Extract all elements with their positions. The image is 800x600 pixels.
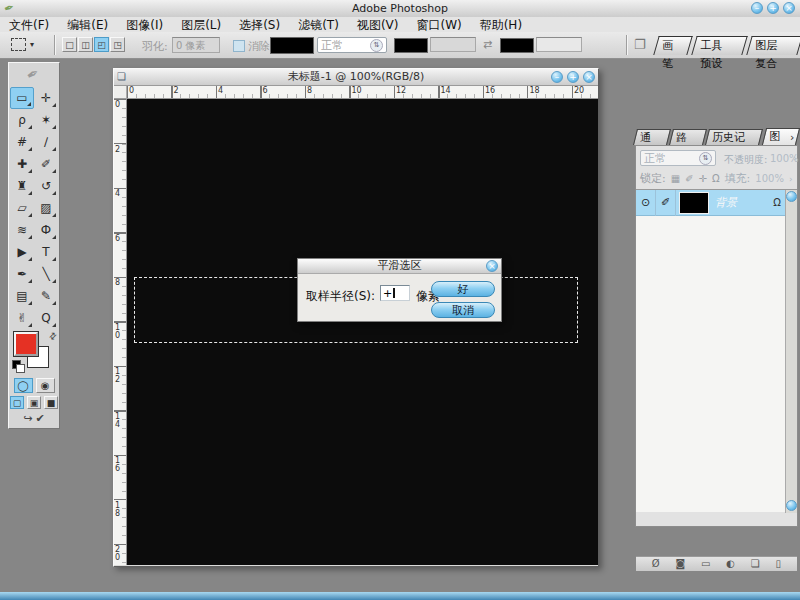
fill-value[interactable]: 100% xyxy=(755,173,784,184)
layer-row-background[interactable]: ⊙ ✐ 背景 Ω xyxy=(636,190,785,216)
palette-well-tab[interactable]: 图层复合 xyxy=(746,36,800,55)
scroll-down-button[interactable] xyxy=(786,500,797,511)
brush-tool[interactable]: ✐ xyxy=(34,153,58,175)
layer-style-icon[interactable]: Ø xyxy=(652,559,660,569)
foreground-color-swatch[interactable] xyxy=(14,332,38,356)
lock-all-icon[interactable]: Ω xyxy=(712,173,720,184)
horizontal-ruler[interactable]: 02468101214161820 xyxy=(127,86,598,99)
dialog-title-bar[interactable]: 平滑选区 × xyxy=(298,259,501,274)
dodge-tool[interactable]: Ф xyxy=(34,219,58,241)
menu-item[interactable]: 文件(F) xyxy=(0,18,58,32)
menu-item[interactable]: 图像(I) xyxy=(117,18,172,32)
move-tool[interactable]: ✛ xyxy=(34,87,58,109)
stepper-icon[interactable]: ⇅ xyxy=(370,39,383,52)
healing-brush-tool[interactable]: ✚ xyxy=(10,153,34,175)
color-swatch[interactable] xyxy=(500,38,534,53)
close-button[interactable]: × xyxy=(583,71,595,83)
canvas[interactable] xyxy=(127,99,598,565)
layer-blend-mode-dropdown[interactable]: 正常 ⇅ xyxy=(640,150,716,166)
notes-tool[interactable]: ▤ xyxy=(10,285,34,307)
rectangular-marquee-tool[interactable]: ▭ xyxy=(10,87,34,109)
check-icon[interactable]: ✔ xyxy=(36,412,45,425)
sample-radius-input[interactable]: + xyxy=(380,285,410,301)
quick-mask-mode-button[interactable]: ◉ xyxy=(36,378,55,393)
crop-tool[interactable]: # xyxy=(10,131,34,153)
palette-well-tab[interactable]: 画笔 xyxy=(653,36,693,55)
clone-stamp-tool[interactable]: ♜ xyxy=(10,175,34,197)
document-title-bar[interactable]: 未标题-1 @ 100%(RGB/8) ❏ – + × xyxy=(114,69,598,86)
panel-tab[interactable]: 通道 xyxy=(633,129,671,145)
menu-item[interactable]: 帮助(H) xyxy=(471,18,531,32)
feather-field[interactable]: 0 像素 xyxy=(172,37,220,53)
scroll-up-button[interactable] xyxy=(786,191,797,202)
gradient-tool[interactable]: ▨ xyxy=(34,197,58,219)
type-tool[interactable]: T xyxy=(34,241,58,263)
lock-position-icon[interactable]: ✛ xyxy=(699,173,707,184)
default-colors-icon[interactable] xyxy=(12,360,24,372)
close-button[interactable]: × xyxy=(783,2,795,14)
standard-screen-button[interactable]: ▢ xyxy=(10,396,24,409)
cancel-button[interactable]: 取消 xyxy=(431,302,495,318)
value-field[interactable] xyxy=(536,37,582,52)
new-selection-button[interactable]: □ xyxy=(62,37,77,52)
menu-item[interactable]: 滤镜(T) xyxy=(289,18,348,32)
new-layer-icon[interactable]: ❏ xyxy=(751,559,760,569)
visibility-eye-icon[interactable]: ⊙ xyxy=(636,190,656,216)
delete-layer-icon[interactable]: ▯ xyxy=(776,559,782,569)
minimize-button[interactable]: – xyxy=(751,2,763,14)
line-tool[interactable]: ╲ xyxy=(34,263,58,285)
subtract-from-selection-button[interactable]: ◰ xyxy=(94,37,109,52)
imageready-jump-icon[interactable]: ↪ xyxy=(23,412,32,425)
eyedropper-tool[interactable]: ✎ xyxy=(34,285,58,307)
value-field[interactable] xyxy=(430,37,476,52)
swap-colors-icon[interactable]: ⇄ xyxy=(47,330,59,342)
lasso-tool[interactable]: ρ xyxy=(10,109,34,131)
vertical-ruler[interactable]: 02468101214161820 xyxy=(114,99,127,565)
blend-mode-dropdown[interactable]: 正常 ⇅ xyxy=(317,37,387,53)
full-screen-menubar-button[interactable]: ▣ xyxy=(27,396,41,409)
new-group-icon[interactable]: ▭ xyxy=(701,559,710,569)
menu-item[interactable]: 编辑(E) xyxy=(58,18,117,32)
add-to-selection-button[interactable]: ◫ xyxy=(78,37,93,52)
panel-scrollbar[interactable] xyxy=(785,190,797,513)
eraser-tool[interactable]: ▱ xyxy=(10,197,34,219)
pen-tool[interactable]: ✒ xyxy=(10,263,34,285)
tool-preset-picker[interactable]: ▾ xyxy=(8,36,43,53)
adjustment-layer-icon[interactable]: ◐ xyxy=(726,559,735,569)
panel-tab[interactable]: 路径 xyxy=(669,129,707,145)
lock-transparency-icon[interactable]: ▦ xyxy=(671,173,680,184)
minimize-button[interactable]: – xyxy=(551,71,563,83)
menu-item[interactable]: 窗口(W) xyxy=(407,18,470,32)
layer-thumbnail[interactable] xyxy=(679,192,709,214)
antialias-checkbox[interactable] xyxy=(233,40,245,52)
layer-name[interactable]: 背景 xyxy=(715,195,773,210)
path-selection-tool[interactable]: ▶ xyxy=(10,241,34,263)
full-screen-button[interactable]: ■ xyxy=(44,396,58,409)
app-title-bar[interactable]: Adobe Photoshop ✒ – + × xyxy=(0,0,800,18)
menu-item[interactable]: 视图(V) xyxy=(348,18,408,32)
menu-item[interactable]: 图层(L) xyxy=(172,18,230,32)
intersect-selection-button[interactable]: ◳ xyxy=(110,37,125,52)
ok-button[interactable]: 好 xyxy=(431,281,495,297)
standard-mode-button[interactable]: ◯ xyxy=(14,378,33,393)
zoom-tool[interactable]: Q xyxy=(34,307,58,329)
blur-tool[interactable]: ≋ xyxy=(10,219,34,241)
swap-arrows-icon[interactable]: ⇄ xyxy=(483,38,492,51)
color-swatch[interactable] xyxy=(394,38,428,53)
history-brush-tool[interactable]: ↺ xyxy=(34,175,58,197)
dialog-close-icon[interactable]: × xyxy=(486,260,498,272)
maximize-button[interactable]: + xyxy=(767,2,779,14)
menu-item[interactable]: 选择(S) xyxy=(230,18,289,32)
dialog-title: 平滑选区 xyxy=(298,259,501,273)
tab-overflow-arrow-icon[interactable]: › xyxy=(788,130,794,145)
layer-mask-icon[interactable]: ◙ xyxy=(676,559,686,569)
color-swatch[interactable] xyxy=(270,37,314,54)
brush-file-icon[interactable]: ❐ xyxy=(634,37,646,52)
magic-wand-tool[interactable]: ✶ xyxy=(34,109,58,131)
palette-well-tab[interactable]: 工具预设 xyxy=(692,36,748,55)
lock-paint-icon[interactable]: ✐ xyxy=(685,173,693,184)
hand-tool[interactable]: ✌ xyxy=(10,307,34,329)
panel-tab[interactable]: 历史记录 xyxy=(705,129,763,145)
maximize-button[interactable]: + xyxy=(567,71,579,83)
slice-tool[interactable]: ∕ xyxy=(34,131,58,153)
